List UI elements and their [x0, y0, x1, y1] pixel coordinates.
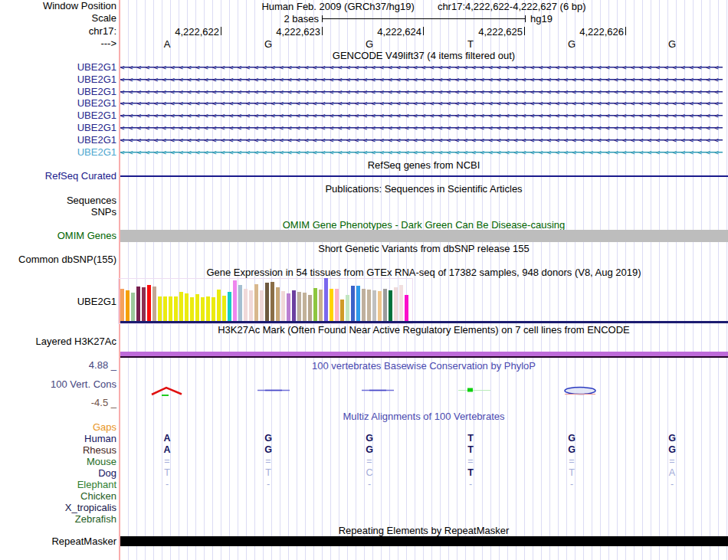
multiz-elephant-base[interactable]: -	[354, 479, 385, 490]
gtex-barchart[interactable]	[120, 279, 412, 322]
gtex-tissue-bar-39[interactable]	[330, 289, 333, 322]
gtex-tissue-bar-13[interactable]	[190, 297, 194, 322]
multiz-dog-base[interactable]: T	[455, 467, 486, 479]
gtex-tissue-bar-37[interactable]	[319, 290, 323, 322]
side-label-4-88-19[interactable]: 4.88 _	[0, 359, 116, 372]
multiz-mouse-base[interactable]: =	[354, 456, 385, 467]
gtex-tissue-bar-41[interactable]	[340, 300, 344, 322]
gtex-tissue-bar-5[interactable]	[147, 285, 151, 322]
gencode-transcript-row-3[interactable]: <<<<<<<<<<<<<<<<<<<<<<<<<<<<<<<<<<<<<<<<…	[120, 100, 726, 108]
gtex-tissue-bar-50[interactable]	[389, 290, 392, 322]
side-label-gaps-22[interactable]: Gaps	[0, 421, 116, 434]
gtex-tissue-bar-25[interactable]	[254, 284, 258, 322]
multiz-mouse-base[interactable]: =	[253, 456, 284, 467]
gtex-tissue-bar-31[interactable]	[287, 293, 290, 322]
gtex-tissue-bar-48[interactable]	[378, 291, 382, 322]
multiz-human-base[interactable]: G	[556, 433, 587, 444]
gtex-tissue-bar-40[interactable]	[335, 289, 339, 322]
gtex-tissue-bar-22[interactable]	[238, 285, 242, 322]
side-label-elephant-27[interactable]: Elephant	[0, 479, 116, 491]
gtex-tissue-bar-18[interactable]	[217, 290, 221, 322]
gtex-tissue-bar-19[interactable]	[222, 296, 226, 322]
multiz-elephant-base[interactable]: -	[556, 479, 587, 490]
gtex-tissue-bar-1[interactable]	[126, 290, 130, 322]
side-label-refseq-curated-12[interactable]: RefSeq Curated	[0, 170, 116, 182]
multiz-rhesus-base[interactable]: T	[455, 444, 486, 456]
side-label-ube2g1-17[interactable]: UBE2G1	[0, 296, 116, 308]
side-label-omim-genes-15[interactable]: OMIM Genes	[0, 230, 116, 242]
multiz-rhesus-base[interactable]: G	[354, 444, 385, 456]
multiz-rhesus-base[interactable]: G	[253, 444, 284, 456]
gtex-tissue-bar-17[interactable]	[212, 297, 215, 322]
gencode-transcript-row-7[interactable]: <<<<<<<<<<<<<<<<<<<<<<<<<<<<<<<<<<<<<<<<…	[120, 149, 726, 157]
gtex-tissue-bar-51[interactable]	[394, 287, 398, 322]
gtex-tissue-bar-29[interactable]	[276, 287, 280, 322]
gtex-tissue-bar-45[interactable]	[362, 289, 366, 322]
side-label-mouse-25[interactable]: Mouse	[0, 456, 116, 468]
gtex-tissue-bar-20[interactable]	[228, 292, 231, 322]
side-label-sequences-13[interactable]: Sequences	[0, 195, 116, 207]
multiz-human-base[interactable]: G	[253, 433, 284, 444]
refseq-curated-gene-line[interactable]	[120, 175, 728, 177]
gencode-transcript-row-4[interactable]: <<<<<<<<<<<<<<<<<<<<<<<<<<<<<<<<<<<<<<<<…	[120, 112, 726, 120]
multiz-dog-base[interactable]: A	[657, 467, 687, 479]
gtex-tissue-bar-33[interactable]	[297, 292, 301, 322]
gtex-tissue-bar-38[interactable]	[324, 278, 328, 322]
gtex-tissue-bar-52[interactable]	[399, 285, 403, 322]
multiz-dog-base[interactable]: T	[556, 467, 587, 479]
multiz-elephant-base[interactable]: -	[152, 479, 182, 490]
gtex-tissue-bar-10[interactable]	[174, 296, 178, 322]
gtex-tissue-bar-53[interactable]	[405, 295, 408, 322]
side-label-ube2g1-9[interactable]: UBE2G1	[0, 122, 116, 134]
gtex-tissue-bar-43[interactable]	[351, 286, 355, 322]
multiz-elephant-base[interactable]: -	[455, 479, 486, 490]
multiz-mouse-base[interactable]: =	[455, 456, 486, 467]
gtex-tissue-bar-47[interactable]	[372, 290, 376, 322]
gtex-tissue-bar-2[interactable]	[131, 293, 135, 322]
gtex-tissue-bar-16[interactable]	[206, 296, 210, 322]
side-label-window-position-0[interactable]: Window Position	[0, 0, 116, 12]
gtex-tissue-bar-11[interactable]	[179, 292, 183, 322]
gtex-tissue-bar-35[interactable]	[308, 295, 312, 322]
multiz-mouse-base[interactable]: =	[152, 456, 182, 467]
multiz-human-base[interactable]: G	[657, 433, 687, 444]
gencode-transcript-row-6[interactable]: <<<<<<<<<<<<<<<<<<<<<<<<<<<<<<<<<<<<<<<<…	[120, 136, 726, 145]
side-label-ube2g1-8[interactable]: UBE2G1	[0, 110, 116, 122]
gtex-tissue-bar-9[interactable]	[169, 296, 172, 322]
gtex-tissue-bar-14[interactable]	[195, 294, 199, 322]
gencode-transcript-row-0[interactable]: <<<<<<<<<<<<<<<<<<<<<<<<<<<<<<<<<<<<<<<<…	[120, 64, 726, 72]
gencode-transcript-row-5[interactable]: <<<<<<<<<<<<<<<<<<<<<<<<<<<<<<<<<<<<<<<<…	[120, 124, 726, 133]
side-label-ube2g1-11[interactable]: UBE2G1	[0, 146, 116, 159]
side-label-scale-1[interactable]: Scale	[0, 12, 116, 25]
multiz-dog-base[interactable]: T	[152, 467, 182, 479]
gtex-tissue-bar-26[interactable]	[260, 290, 264, 322]
gtex-tissue-bar-27[interactable]	[265, 283, 269, 322]
multiz-dog-base[interactable]: C	[354, 467, 385, 479]
side-label-ube2g1-10[interactable]: UBE2G1	[0, 134, 116, 146]
repeatmasker-bar[interactable]	[120, 536, 728, 546]
omim-genes-bar[interactable]	[120, 230, 728, 242]
side-label-common-dbsnp-155-16[interactable]: Common dbSNP(155)	[0, 254, 116, 266]
multiz-mouse-base[interactable]: =	[556, 456, 587, 467]
side-label-human-23[interactable]: Human	[0, 433, 116, 445]
side-label-snps-14[interactable]: SNPs	[0, 206, 116, 218]
side-label-ube2g1-4[interactable]: UBE2G1	[0, 61, 116, 74]
gtex-tissue-bar-15[interactable]	[201, 297, 205, 322]
gtex-tissue-bar-46[interactable]	[367, 290, 371, 322]
gencode-transcript-row-2[interactable]: <<<<<<<<<<<<<<<<<<<<<<<<<<<<<<<<<<<<<<<<…	[120, 88, 726, 97]
gtex-tissue-bar-30[interactable]	[281, 291, 285, 322]
side-label-zebrafish-30[interactable]: Zebrafish	[0, 513, 116, 526]
gtex-tissue-bar-12[interactable]	[185, 293, 189, 322]
gtex-tissue-bar-34[interactable]	[303, 293, 307, 322]
multiz-rhesus-base[interactable]: G	[556, 444, 587, 456]
gtex-tissue-bar-36[interactable]	[313, 288, 317, 322]
gtex-tissue-bar-6[interactable]	[152, 287, 156, 322]
multiz-mouse-base[interactable]: =	[657, 456, 687, 467]
side-label-chr17-2[interactable]: chr17:	[0, 25, 116, 38]
phylop-conservation-plot[interactable]	[0, 382, 728, 401]
multiz-human-base[interactable]: A	[152, 433, 182, 444]
gtex-tissue-bar-44[interactable]	[356, 286, 360, 322]
multiz-elephant-base[interactable]: -	[253, 479, 284, 490]
gtex-tissue-bar-49[interactable]	[383, 289, 387, 322]
side-label-layered-h3k27ac-18[interactable]: Layered H3K27Ac	[0, 336, 116, 348]
